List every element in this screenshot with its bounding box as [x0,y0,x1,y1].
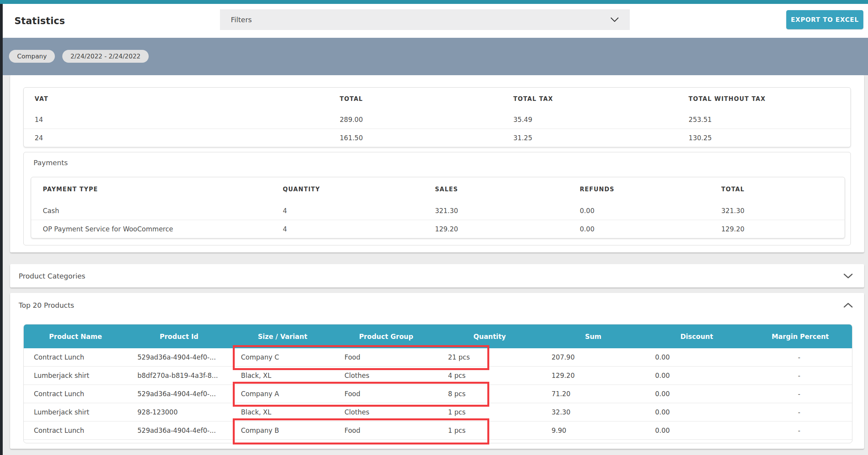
table-cell: 129.20 [541,372,645,379]
table-cell: Clothes [334,372,438,379]
column-header: Margin Percent [749,333,852,340]
table-cell: 0.00 [568,207,710,215]
table-cell: 529ad36a-4904-4ef0-... [127,353,231,361]
table-row: Contract Lunch529ad36a-4904-4ef0-...Comp… [24,421,852,440]
table-cell: 1 pcs [438,427,541,434]
column-header: TOTAL [710,186,845,193]
table-row: Contract Lunch529ad36a-4904-4ef0-...Comp… [24,385,852,403]
table-cell: Black, XL [231,408,334,416]
table-cell: 31.25 [503,134,678,142]
vat-table: VATTOTALTOTAL TAXTOTAL WITHOUT TAX 14289… [23,87,851,147]
table-cell: 71.20 [541,390,645,398]
table-cell: Food [334,353,438,361]
table-cell: 4 [271,225,423,233]
table-cell: 529ad36a-4904-4ef0-... [127,390,231,398]
table-cell: Black, XL [231,372,334,379]
table-cell: 289.00 [329,116,503,123]
payments-table-header-row: PAYMENT TYPEQUANTITYSALESREFUNDSTOTAL [31,177,845,201]
table-cell: 0.00 [645,408,749,416]
table-row: Lumberjack shirtb8df270a-b819-4a3f-8...B… [24,367,852,385]
table-cell: - [749,408,852,416]
top-products-header-row: Product NameProduct IdSize / VariantProd… [24,324,852,348]
table-cell: 4 pcs [438,372,541,379]
table-row: Cash4321.300.00321.30 [31,201,845,220]
table-cell: Cash [31,207,271,215]
filter-chip-bar: Company2/24/2022 - 2/24/2022 [3,38,868,75]
content-scroll-area[interactable]: VATTOTALTOTAL TAXTOTAL WITHOUT TAX 14289… [3,75,868,455]
product-categories-section-header[interactable]: Product Categories [10,264,864,287]
table-cell: Company A [231,390,334,398]
column-header: QUANTITY [271,186,423,193]
table-cell: 9.90 [541,427,645,434]
table-cell: 32.30 [541,408,645,416]
table-cell: 529ad36a-4904-4ef0-... [127,427,231,434]
table-cell: 928-123000 [127,408,231,416]
export-to-excel-button[interactable]: EXPORT TO EXCEL [786,10,863,29]
table-cell: 14 [24,116,329,123]
table-row: Contract Lunch529ad36a-4904-4ef0-...Comp… [24,348,852,367]
chevron-down-icon[interactable] [610,17,619,22]
table-cell: 21 pcs [438,353,541,361]
table-cell: 0.00 [645,390,749,398]
top-products-card: Top 20 Products Product NameProduct IdSi… [10,293,864,449]
table-cell: - [749,372,852,379]
table-cell: 129.20 [710,225,845,233]
table-cell: 207.90 [541,353,645,361]
table-cell: OP Payment Service for WooCommerce [31,225,271,233]
table-cell: Contract Lunch [24,390,127,398]
table-cell: b8df270a-b819-4a3f-8... [127,372,231,379]
vat-table-body: 14289.0035.49253.5124161.5031.25130.25 [24,110,850,147]
table-cell: Contract Lunch [24,353,127,361]
table-cell: 129.20 [423,225,568,233]
product-categories-label: Product Categories [19,272,85,280]
column-header: Discount [645,333,749,340]
chevron-down-icon[interactable] [843,273,853,279]
table-cell: 35.49 [503,116,678,123]
table-cell: 0.00 [645,372,749,379]
table-cell: Food [334,427,438,434]
app-header: Statistics Filters EXPORT TO EXCEL [3,4,868,38]
column-header: TOTAL TAX [503,95,678,102]
table-cell: - [749,353,852,361]
column-header: Quantity [438,333,541,340]
table-cell: 321.30 [423,207,568,215]
column-header: REFUNDS [568,186,710,193]
payments-table-body: Cash4321.300.00321.30OP Payment Service … [31,201,845,238]
table-cell: Clothes [334,408,438,416]
table-cell: Food [334,390,438,398]
table-cell: 0.00 [568,225,710,233]
filter-chip[interactable]: 2/24/2022 - 2/24/2022 [62,50,149,63]
column-header: Size / Variant [231,333,334,340]
chevron-up-icon[interactable] [843,302,853,308]
left-edge-strip [0,4,3,455]
table-row: 14289.0035.49253.51 [24,110,850,129]
table-cell: 1 pcs [438,408,541,416]
table-cell: - [749,390,852,398]
table-cell: Contract Lunch [24,427,127,434]
payments-panel-title: Payments [24,152,850,173]
payments-panel: Payments PAYMENT TYPEQUANTITYSALESREFUND… [23,152,851,245]
filters-dropdown-label: Filters [231,16,252,24]
top-products-section-header[interactable]: Top 20 Products [10,293,864,317]
statistics-screen: Statistics Filters EXPORT TO EXCEL Compa… [0,0,868,455]
table-cell: Company B [231,427,334,434]
table-cell: 0.00 [645,353,749,361]
column-header: Product Id [127,333,231,340]
column-header: Product Name [24,333,127,340]
vat-table-header-row: VATTOTALTOTAL TAXTOTAL WITHOUT TAX [24,88,850,110]
table-cell: Lumberjack shirt [24,408,127,416]
table-row: 24161.5031.25130.25 [24,129,850,147]
filter-chip[interactable]: Company [9,50,55,63]
table-cell: - [749,427,852,434]
filters-dropdown[interactable]: Filters [220,9,630,30]
column-header: Sum [541,333,645,340]
column-header: TOTAL WITHOUT TAX [678,95,850,102]
payments-table: PAYMENT TYPEQUANTITYSALESREFUNDSTOTAL Ca… [31,177,845,238]
column-header: VAT [24,95,329,102]
top-products-body: Contract Lunch529ad36a-4904-4ef0-...Comp… [24,348,852,440]
table-cell: Company C [231,353,334,361]
top-accent-bar [0,0,868,4]
summary-card: VATTOTALTOTAL TAXTOTAL WITHOUT TAX 14289… [10,75,864,252]
table-cell: 161.50 [329,134,503,142]
table-cell: 24 [24,134,329,142]
